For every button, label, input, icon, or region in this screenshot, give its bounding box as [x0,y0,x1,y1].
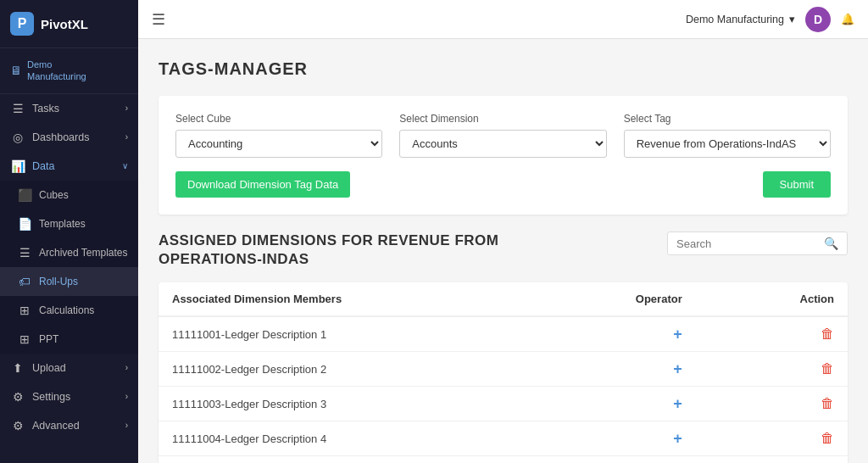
chevron-down-icon: ∨ [122,161,128,170]
sidebar-item-upload[interactable]: ⬆ Upload › [0,354,138,382]
sidebar-item-label: PPT [39,333,58,345]
sidebar-item-label: Upload [32,362,66,374]
ppt-icon: ⊞ [17,332,32,346]
advanced-icon: ⚙ [10,419,25,432]
sidebar: P PivotXL 🖥 DemoManufacturing ☰ Tasks › … [0,0,138,463]
sidebar-company: 🖥 DemoManufacturing [0,48,138,94]
sidebar-item-label: Calculations [39,304,94,316]
sidebar-item-settings[interactable]: ⚙ Settings › [0,382,138,411]
sidebar-item-tasks[interactable]: ☰ Tasks › [0,94,138,123]
sidebar-item-data[interactable]: 📊 Data ∨ [0,152,138,181]
sidebar-item-label: Templates [39,218,86,230]
company-name: DemoManufacturing [27,59,86,83]
settings-icon: ⚙ [10,390,25,404]
avatar[interactable]: D [805,7,831,32]
chevron-right-icon: › [125,421,128,430]
dimensions-title: ASSIGNED DIMENSIONS FOR REVENUE FROM OPE… [159,232,582,269]
dropdown-icon: ▾ [789,13,795,25]
upload-icon: ⬆ [10,361,25,375]
sidebar-item-ppt[interactable]: ⊞ PPT [0,325,138,354]
operator-cell: + [526,456,732,463]
search-input[interactable] [676,237,819,250]
sidebar-item-advanced[interactable]: ⚙ Advanced › [0,411,138,440]
delete-button[interactable]: 🗑 [821,326,834,342]
member-cell: 11111005-Ledger Description 5 [159,456,526,463]
table-row: 11111003-Ledger Description 3 + 🗑 [159,387,848,421]
sidebar-item-label: Tasks [32,103,59,114]
add-operator-button[interactable]: + [673,396,682,411]
topbar: ☰ Demo Manufacturing ▾ D 🔔 [138,0,868,39]
submit-button[interactable]: Submit [763,171,831,198]
dimension-selector-group: Select Dimension Accounts Departments Pr… [399,113,606,158]
cubes-icon: ⬛ [17,188,32,202]
company-name-label: Demo Manufacturing [686,14,784,25]
dimension-select[interactable]: Accounts Departments Projects [399,130,606,158]
topbar-left: ☰ [152,10,165,29]
operator-cell: + [526,316,732,352]
action-cell: 🗑 [733,316,848,352]
sidebar-item-templates[interactable]: 📄 Templates [0,209,138,238]
sidebar-item-calculations[interactable]: ⊞ Calculations [0,296,138,325]
action-cell: 🗑 [733,456,848,463]
data-icon: 📊 [10,159,25,173]
add-operator-button[interactable]: + [673,361,682,377]
sidebar-item-cubes[interactable]: ⬛ Cubes [0,181,138,209]
actions-row: Download Dimension Tag Data Submit [175,171,831,198]
sidebar-item-dashboards[interactable]: ◎ Dashboards › [0,123,138,152]
member-cell: 11111001-Ledger Description 1 [159,316,526,352]
operator-cell: + [526,421,732,456]
table-row: 11111002-Ledger Description 2 + 🗑 [159,352,848,387]
member-cell: 11111003-Ledger Description 3 [159,387,526,421]
delete-button[interactable]: 🗑 [821,396,834,411]
tag-selector-group: Select Tag Revenue from Operations-IndAS… [624,113,831,158]
dimensions-table: Associated Dimension Members Operator Ac… [159,282,848,463]
cube-select[interactable]: Accounting Finance Sales [175,130,382,158]
sidebar-item-label: Settings [32,391,70,403]
chevron-right-icon: › [125,132,128,142]
sidebar-item-label: Archived Templates [39,247,128,259]
member-cell: 11111004-Ledger Description 4 [159,421,526,456]
dimensions-section: ASSIGNED DIMENSIONS FOR REVENUE FROM OPE… [159,232,848,463]
add-operator-button[interactable]: + [673,431,682,446]
tasks-icon: ☰ [10,102,25,115]
sidebar-logo: P PivotXL [0,0,138,48]
action-cell: 🗑 [733,352,848,387]
action-cell: 🗑 [733,387,848,421]
company-icon: 🖥 [10,64,22,77]
delete-button[interactable]: 🗑 [821,361,834,377]
app-name: PivotXL [41,17,88,31]
dimensions-header: ASSIGNED DIMENSIONS FOR REVENUE FROM OPE… [159,232,848,269]
topbar-right: Demo Manufacturing ▾ D 🔔 [686,7,854,32]
delete-button[interactable]: 🗑 [821,431,834,446]
tag-select[interactable]: Revenue from Operations-IndAS Other Inco… [624,130,831,158]
col-operator-header: Operator [526,282,732,316]
download-button[interactable]: Download Dimension Tag Data [175,171,350,198]
hamburger-icon[interactable]: ☰ [152,10,165,29]
main-area: ☰ Demo Manufacturing ▾ D 🔔 TAGS-MANAGER … [138,0,868,463]
app-logo-icon: P [10,12,34,36]
company-selector[interactable]: Demo Manufacturing ▾ [686,13,795,25]
sidebar-item-roll-ups[interactable]: 🏷 Roll-Ups [0,267,138,296]
chevron-right-icon: › [125,363,128,372]
content-area: TAGS-MANAGER Select Cube Accounting Fina… [138,39,868,463]
table-row: 11111004-Ledger Description 4 + 🗑 [159,421,848,456]
tag-label: Select Tag [624,113,831,125]
add-operator-button[interactable]: + [673,326,682,342]
action-cell: 🗑 [733,421,848,456]
chevron-right-icon: › [125,103,128,113]
sidebar-item-label: Roll-Ups [39,276,78,287]
data-submenu: ⬛ Cubes 📄 Templates ☰ Archived Templates… [0,181,138,354]
search-box[interactable]: 🔍 [667,232,848,255]
dimension-label: Select Dimension [399,113,606,125]
cube-label: Select Cube [175,113,382,125]
rollups-icon: 🏷 [17,275,32,288]
search-icon: 🔍 [824,237,838,250]
selectors-row: Select Cube Accounting Finance Sales Sel… [175,113,831,158]
sidebar-item-archived-templates[interactable]: ☰ Archived Templates [0,238,138,267]
col-member-header: Associated Dimension Members [159,282,526,316]
sidebar-item-label: Advanced [32,420,80,432]
sidebar-item-label: Cubes [39,189,69,201]
notification-icon[interactable]: 🔔 [841,13,854,25]
operator-cell: + [526,387,732,421]
chevron-right-icon: › [125,392,128,401]
